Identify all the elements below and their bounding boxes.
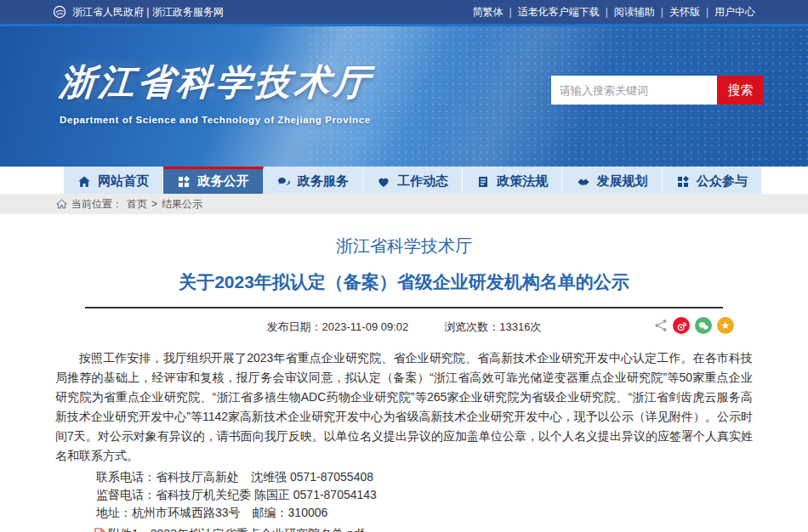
nav-item-policies[interactable]: 政策法规 bbox=[463, 167, 562, 194]
utility-link-user-center[interactable]: 用户中心 bbox=[700, 5, 755, 20]
breadcrumb-separator: > bbox=[151, 198, 157, 210]
article-meta: 发布日期：2023-11-09 09:02浏览次数：13316次 bbox=[55, 317, 753, 337]
pdf-file-icon bbox=[94, 528, 105, 532]
nav-item-participation[interactable]: 公众参与 bbox=[663, 167, 761, 194]
contact-phone-line: 联系电话：省科技厅高新处 沈维强 0571-87055408 bbox=[96, 468, 753, 486]
gov-portal-links[interactable]: 浙江省人民政府 | 浙江政务服务网 bbox=[53, 5, 224, 20]
title-divider bbox=[85, 307, 723, 308]
breadcrumb-home-icon bbox=[56, 199, 67, 209]
nav-item-home[interactable]: 网站首页 bbox=[64, 167, 163, 194]
site-search: 搜索 bbox=[551, 76, 764, 105]
gov-logo-icon bbox=[53, 5, 66, 19]
utility-link-simplified[interactable]: 简繁体 bbox=[473, 5, 504, 20]
top-utility-bar: 浙江省人民政府 | 浙江政务服务网 简繁体 适老化客户端下载 阅读辅助 关怀版 … bbox=[0, 0, 808, 24]
main-nav: 网站首页 政务公开 政务服务 工作动态 bbox=[64, 167, 761, 194]
gov-links-text[interactable]: 浙江省人民政府 | 浙江政务服务网 bbox=[72, 5, 224, 20]
document-icon bbox=[476, 175, 490, 189]
nav-item-label: 政务公开 bbox=[197, 173, 248, 190]
utility-link-reading-aid[interactable]: 阅读辅助 bbox=[600, 5, 655, 20]
heart-icon bbox=[377, 175, 390, 189]
home-icon bbox=[77, 175, 91, 189]
nav-item-planning[interactable]: 发展规划 bbox=[562, 167, 662, 194]
supervision-phone-line: 监督电话：省科技厅机关纪委 陈国正 0571-87054143 bbox=[96, 486, 753, 504]
chat-bubbles-icon bbox=[277, 175, 291, 189]
share-toolbar: ★ bbox=[654, 317, 734, 334]
breadcrumb: 当前位置： 首页 > 结果公示 bbox=[0, 194, 808, 214]
utility-link-care-version[interactable]: 关怀版 bbox=[655, 5, 700, 20]
breadcrumb-home-link[interactable]: 首页 bbox=[127, 197, 147, 212]
article-paragraph: 按照工作安排，我厅组织开展了2023年省重点企业研究院、省企业研究院、省高新技术… bbox=[55, 348, 753, 466]
nav-item-label: 发展规划 bbox=[597, 173, 648, 190]
participation-icon bbox=[676, 175, 690, 189]
nav-item-label: 公众参与 bbox=[697, 173, 748, 190]
nav-item-label: 网站首页 bbox=[98, 173, 149, 190]
site-logo[interactable]: 浙江省科学技术厅 Department of Science and Techn… bbox=[60, 59, 373, 125]
article-title-line1: 浙江省科学技术厅 bbox=[55, 235, 753, 258]
share-nodes-icon[interactable] bbox=[654, 319, 668, 332]
article-title-line2: 关于2023年拟认定（备案）省级企业研发机构名单的公示 bbox=[55, 270, 753, 294]
nav-item-news[interactable]: 工作动态 bbox=[363, 167, 463, 194]
views-label: 浏览次数： bbox=[444, 320, 499, 333]
page-root: 浙江省人民政府 | 浙江政务服务网 简繁体 适老化客户端下载 阅读辅助 关怀版 … bbox=[0, 0, 808, 532]
nav-item-services[interactable]: 政务服务 bbox=[264, 167, 363, 194]
search-button[interactable]: 搜索 bbox=[717, 76, 764, 105]
nav-item-label: 政策法规 bbox=[497, 173, 548, 190]
publish-date-value: 2023-11-09 09:02 bbox=[322, 320, 409, 333]
handshake-icon bbox=[577, 175, 590, 189]
wechat-share-icon[interactable] bbox=[695, 317, 712, 334]
site-title: 浙江省科学技术厅 bbox=[58, 59, 374, 106]
breadcrumb-current: 结果公示 bbox=[162, 197, 202, 212]
address-line: 地址：杭州市环城西路33号 邮编：310006 bbox=[96, 504, 753, 522]
qzone-share-icon[interactable]: ★ bbox=[717, 317, 734, 334]
attachment-link-1[interactable]: 附件1：2023年拟认定省重点企业研究院名单.pdf bbox=[94, 525, 753, 532]
disclosure-icon bbox=[177, 175, 191, 189]
search-input[interactable] bbox=[551, 76, 717, 105]
nav-item-label: 工作动态 bbox=[397, 173, 448, 190]
nav-item-label: 政务服务 bbox=[298, 173, 349, 190]
article: 浙江省科学技术厅 关于2023年拟认定（备案）省级企业研发机构名单的公示 发布日… bbox=[0, 214, 808, 532]
nav-item-disclosure[interactable]: 政务公开 bbox=[163, 167, 263, 194]
site-banner: 浙江省科学技术厅 Department of Science and Techn… bbox=[0, 24, 808, 167]
attachment-label: 附件1：2023年拟认定省重点企业研究院名单.pdf bbox=[108, 525, 363, 532]
views-value: 13316次 bbox=[499, 320, 541, 333]
breadcrumb-prefix: 当前位置： bbox=[71, 197, 122, 212]
utility-links: 简繁体 适老化客户端下载 阅读辅助 关怀版 用户中心 bbox=[473, 5, 756, 20]
publish-date-label: 发布日期： bbox=[267, 320, 322, 333]
weibo-share-icon[interactable] bbox=[673, 317, 690, 334]
site-subtitle: Department of Science and Technology of … bbox=[60, 115, 373, 125]
main-nav-row: 网站首页 政务公开 政务服务 工作动态 bbox=[0, 167, 808, 194]
attachment-list: 附件1：2023年拟认定省重点企业研究院名单.pdf 附件2：2023年拟认定省… bbox=[94, 525, 753, 532]
utility-link-elderly-client[interactable]: 适老化客户端下载 bbox=[504, 5, 600, 20]
contact-block: 联系电话：省科技厅高新处 沈维强 0571-87055408 监督电话：省科技厅… bbox=[96, 468, 753, 522]
meta-text: 发布日期：2023-11-09 09:02浏览次数：13316次 bbox=[55, 320, 753, 335]
